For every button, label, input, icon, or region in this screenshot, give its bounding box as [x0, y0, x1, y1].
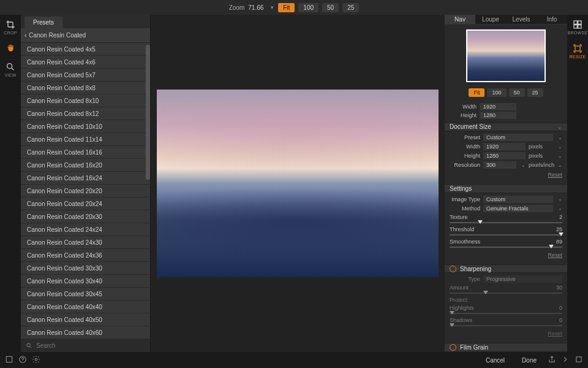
- chevron-down-icon[interactable]: ⌄: [558, 205, 562, 211]
- zoom-fit-button[interactable]: Fit: [278, 3, 295, 12]
- method-value[interactable]: Genuine Fractals: [483, 205, 553, 212]
- preset-item[interactable]: Canon Resin Coated 8x8: [21, 82, 150, 94]
- zoom-25-button[interactable]: 25: [342, 3, 359, 12]
- next-icon[interactable]: [561, 355, 570, 365]
- chevron-down-icon[interactable]: ⌄: [558, 163, 562, 168]
- smoothness-value: 89: [556, 239, 562, 245]
- height-value[interactable]: 1280: [480, 112, 516, 119]
- doc-res-input[interactable]: 300: [483, 161, 516, 169]
- doc-height-input[interactable]: 1280: [483, 152, 526, 159]
- grid-icon[interactable]: [5, 355, 13, 365]
- hand-tool[interactable]: [6, 44, 15, 53]
- doc-width-input[interactable]: 1920: [483, 143, 526, 150]
- right-panel: Nav Loupe Levels Info Fit 100 50 25 Widt…: [445, 15, 567, 352]
- texture-slider[interactable]: [450, 222, 562, 223]
- preset-item[interactable]: Canon Resin Coated 4x6: [21, 56, 150, 69]
- tab-nav[interactable]: Nav: [445, 15, 475, 24]
- preset-item[interactable]: Canon Resin Coated 8x12: [21, 107, 150, 120]
- presets-back-header[interactable]: ‹ Canon Resin Coated: [21, 28, 150, 43]
- chevron-down-icon[interactable]: ⌄: [558, 196, 562, 202]
- preset-item[interactable]: Canon Resin Coated 20x20: [21, 185, 150, 197]
- svg-rect-10: [576, 357, 581, 362]
- film-grain-header[interactable]: Film Grain: [445, 343, 567, 352]
- canvas-area[interactable]: [151, 15, 445, 352]
- highlights-slider[interactable]: [450, 313, 562, 314]
- help-icon[interactable]: [18, 355, 27, 365]
- doc-preset-value[interactable]: Custom: [483, 134, 553, 141]
- presets-panel: Presets ‹ Canon Resin Coated Canon Resin…: [21, 15, 151, 352]
- threshold-slider[interactable]: [450, 234, 562, 236]
- zoom-value: 71.66: [248, 4, 263, 11]
- nav-zoom-25[interactable]: 25: [527, 88, 543, 97]
- zoom-50-button[interactable]: 50: [322, 3, 339, 12]
- chevron-down-icon[interactable]: ⌄: [521, 163, 526, 168]
- crop-icon: [6, 20, 15, 29]
- nav-zoom-100[interactable]: 100: [487, 88, 506, 97]
- settings-reset[interactable]: Reset: [450, 252, 562, 258]
- preset-item[interactable]: Canon Resin Coated 10x10: [21, 120, 150, 133]
- preset-item[interactable]: Canon Resin Coated 40x60: [21, 326, 150, 339]
- preset-search-input[interactable]: [36, 342, 145, 349]
- zoom-100-button[interactable]: 100: [298, 3, 318, 12]
- preset-item[interactable]: Canon Resin Coated 30x40: [21, 275, 150, 288]
- preset-item[interactable]: Canon Resin Coated 4x5: [21, 43, 150, 56]
- settings-header[interactable]: Settings: [445, 184, 567, 193]
- presets-tab[interactable]: Presets: [24, 17, 62, 28]
- tab-levels[interactable]: Levels: [506, 15, 537, 24]
- nav-zoom-50[interactable]: 50: [509, 88, 525, 97]
- sharpening-header[interactable]: Sharpening: [445, 264, 567, 274]
- sharpen-type[interactable]: Progressive: [483, 275, 562, 283]
- resize-tool[interactable]: RESIZE: [569, 44, 586, 59]
- preset-item[interactable]: Canon Resin Coated 16x24: [21, 172, 150, 185]
- preset-item[interactable]: Canon Resin Coated 11x14: [21, 133, 150, 146]
- photo-preview: [157, 90, 439, 277]
- chevron-down-icon: ⌄: [557, 124, 562, 130]
- height-label: Height: [450, 112, 477, 118]
- nav-zoom-fit[interactable]: Fit: [469, 88, 484, 97]
- doc-size-reset[interactable]: Reset: [450, 172, 562, 178]
- svg-point-1: [27, 343, 31, 347]
- bottom-bar: Cancel Done: [0, 352, 588, 368]
- smoothness-slider[interactable]: [450, 247, 562, 248]
- expand-icon[interactable]: [575, 355, 583, 365]
- preset-item[interactable]: Canon Resin Coated 40x50: [21, 313, 150, 326]
- preset-item[interactable]: Canon Resin Coated 24x24: [21, 223, 150, 236]
- tab-loupe[interactable]: Loupe: [475, 15, 506, 24]
- chevron-down-icon[interactable]: ▼: [270, 5, 274, 10]
- chevron-down-icon[interactable]: ⌄: [558, 135, 562, 140]
- preset-item[interactable]: Canon Resin Coated 24x30: [21, 236, 150, 249]
- preset-item[interactable]: Canon Resin Coated 8x10: [21, 94, 150, 107]
- texture-value: 2: [559, 214, 562, 220]
- preset-item[interactable]: Canon Resin Coated 40x40: [21, 301, 150, 313]
- shadows-slider[interactable]: [450, 325, 562, 326]
- gear-icon[interactable]: [32, 355, 40, 365]
- navigator-thumbnail[interactable]: [466, 29, 546, 82]
- chevron-down-icon[interactable]: ⌄: [558, 144, 562, 150]
- right-toolbar: BROWSE RESIZE: [567, 15, 588, 352]
- cancel-button[interactable]: Cancel: [480, 355, 511, 366]
- preset-item[interactable]: Canon Resin Coated 30x30: [21, 262, 150, 275]
- amount-slider[interactable]: [450, 293, 562, 294]
- done-button[interactable]: Done: [516, 355, 543, 366]
- width-value[interactable]: 1920: [480, 103, 516, 110]
- preset-item[interactable]: Canon Resin Coated 16x16: [21, 146, 150, 159]
- preset-item[interactable]: Canon Resin Coated 30x45: [21, 288, 150, 301]
- resize-icon: [573, 44, 582, 53]
- preset-item[interactable]: Canon Resin Coated 5x7: [21, 69, 150, 82]
- svg-rect-7: [6, 356, 12, 362]
- sharpening-reset[interactable]: Reset: [450, 331, 562, 337]
- preset-item[interactable]: Canon Resin Coated 20x24: [21, 197, 150, 210]
- view-tool[interactable]: VIEW: [4, 62, 16, 77]
- share-icon[interactable]: [548, 355, 556, 365]
- browse-tool[interactable]: BROWSE: [568, 20, 588, 35]
- doc-size-header[interactable]: Document Size⌄: [445, 123, 567, 132]
- chevron-down-icon[interactable]: ⌄: [558, 153, 562, 159]
- image-type-value[interactable]: Custom: [483, 196, 553, 203]
- preset-item[interactable]: Canon Resin Coated 16x20: [21, 159, 150, 172]
- threshold-label: Threshold: [450, 226, 474, 232]
- preset-item[interactable]: Canon Resin Coated 20x30: [21, 210, 150, 223]
- preset-scrollbar[interactable]: [146, 45, 150, 180]
- tab-info[interactable]: Info: [537, 15, 567, 24]
- preset-item[interactable]: Canon Resin Coated 24x36: [21, 249, 150, 262]
- crop-tool[interactable]: CROP: [4, 20, 17, 35]
